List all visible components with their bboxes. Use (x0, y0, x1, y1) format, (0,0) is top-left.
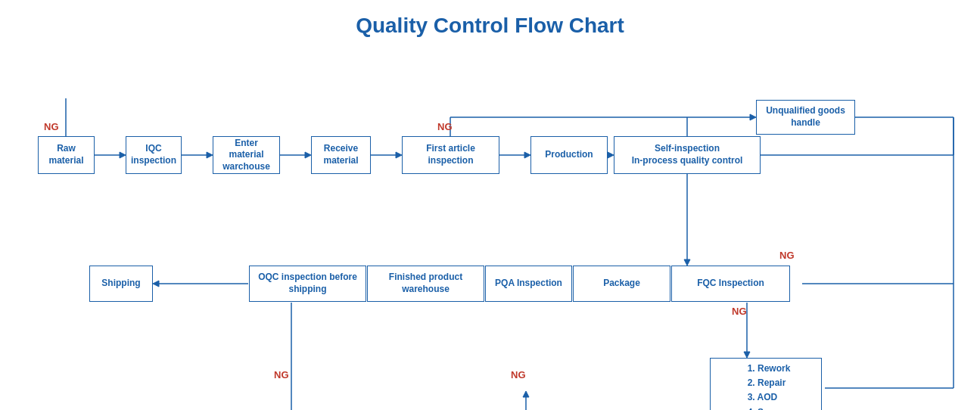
svg-marker-23 (153, 281, 159, 287)
box-oqc: OQC inspection before shipping (249, 266, 366, 302)
box-package: Package (573, 266, 670, 302)
box-first-article: First article inspection (402, 136, 499, 174)
svg-marker-13 (684, 259, 690, 266)
box-self-inspection: Self-inspection In-process quality contr… (614, 136, 761, 174)
svg-marker-1 (120, 152, 126, 158)
box-enter-material: Enter material warchouse (213, 136, 280, 174)
svg-marker-26 (750, 114, 756, 120)
svg-marker-33 (744, 352, 750, 358)
box-unqualified: Unqualified goods handle (756, 100, 855, 135)
box-pqa: PQA Inspection (485, 266, 572, 302)
page: Quality Control Flow Chart (0, 0, 980, 410)
svg-marker-37 (523, 391, 529, 397)
svg-marker-3 (207, 152, 213, 158)
box-fqc: FQC Inspection (671, 266, 790, 302)
box-rework: 1. Rework 2. Repair 3. AOD 4. Scrap (710, 358, 822, 410)
ng-label-self-inspection: NG (779, 250, 795, 261)
svg-marker-7 (396, 152, 402, 158)
box-shipping: Shipping (89, 266, 153, 302)
box-raw-material: Raw material (38, 136, 95, 174)
ng-label-fqc: NG (732, 306, 747, 317)
svg-marker-11 (608, 152, 614, 158)
ng-label-first-article: NG (437, 121, 453, 132)
svg-marker-9 (524, 152, 530, 158)
box-finished-product: Finished product warehouse (367, 266, 484, 302)
ng-label-pqa: NG (511, 369, 526, 380)
box-production: Production (530, 136, 608, 174)
box-receive: Receive material (311, 136, 371, 174)
page-title: Quality Control Flow Chart (0, 0, 980, 45)
flow-area: Raw material IQC inspection Enter materi… (23, 53, 957, 402)
ng-label-raw-material: NG (44, 121, 59, 132)
ng-label-oqc: NG (274, 369, 289, 380)
box-iqc: IQC inspection (126, 136, 182, 174)
svg-marker-5 (305, 152, 311, 158)
